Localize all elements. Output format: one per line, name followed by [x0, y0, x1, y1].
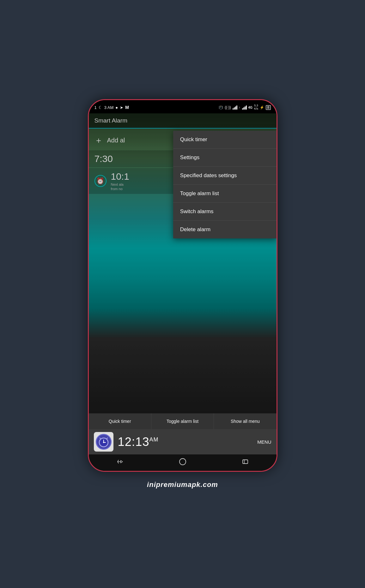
- charging-icon: ⚡: [260, 105, 264, 110]
- volume-up-button[interactable]: [277, 163, 277, 182]
- signal-bars-2: [242, 105, 247, 110]
- volume-down-button[interactable]: [277, 214, 277, 233]
- email-icon: M: [125, 105, 129, 110]
- home-button[interactable]: [179, 458, 186, 467]
- alarm-clock-icon: [98, 436, 110, 448]
- watermark: inipremiumapk.com: [147, 481, 218, 489]
- show-all-menu-label: Show all menu: [231, 419, 260, 424]
- menu-item-toggle-alarm-list[interactable]: Toggle alarm list: [173, 185, 277, 203]
- clock-icon-inner: [96, 434, 112, 450]
- back-icon: [116, 458, 124, 465]
- recent-button[interactable]: [241, 458, 249, 467]
- clock-bar: 12:13AM MENU: [89, 429, 277, 454]
- signal-bars-1: [233, 105, 237, 110]
- dropdown-menu: Quick timer Settings Specified dates set…: [173, 131, 277, 238]
- nav-bar: [89, 454, 277, 471]
- menu-item-settings[interactable]: Settings: [173, 149, 277, 167]
- recent-icon: [241, 458, 249, 465]
- quick-timer-button[interactable]: Quick timer: [89, 413, 151, 429]
- menu-item-settings-label: Settings: [180, 154, 199, 160]
- volume-mid-button[interactable]: [277, 189, 277, 207]
- clock-ampm: AM: [149, 436, 159, 443]
- status-bar-left: 1 ☾ 3 AM ● ➤ M: [94, 105, 129, 110]
- status-bar-right: 📳 ((·)) ↑ 4G: [219, 104, 271, 111]
- arrow-up-icon: ↑: [239, 106, 240, 109]
- quick-timer-label: Quick timer: [109, 419, 131, 424]
- menu-item-toggle-alarm-list-label: Toggle alarm list: [180, 190, 219, 196]
- menu-item-delete-alarm-label: Delete alarm: [180, 226, 210, 232]
- phone-screen: 1 ☾ 3 AM ● ➤ M 📳 ((·)) ↑: [89, 100, 277, 471]
- menu-item-quick-timer[interactable]: Quick timer: [173, 131, 277, 149]
- menu-item-specified-dates[interactable]: Specified dates settings: [173, 167, 277, 185]
- svg-point-7: [179, 459, 186, 465]
- svg-line-5: [100, 438, 101, 439]
- clock-icon-container: [94, 432, 113, 452]
- clock-time-value: 12:13: [118, 435, 149, 448]
- status-bar: 1 ☾ 3 AM ● ➤ M 📳 ((·)) ↑: [89, 100, 277, 113]
- clock-time-display: 12:13AM: [118, 435, 258, 449]
- svg-point-4: [103, 442, 104, 443]
- menu-item-switch-alarms[interactable]: Switch alarms: [173, 203, 277, 221]
- svg-line-6: [106, 438, 108, 439]
- sim-number: 1: [94, 105, 97, 110]
- wifi-icon: ((·)): [225, 105, 231, 110]
- show-all-menu-button[interactable]: Show all menu: [214, 413, 276, 429]
- network-type: 4G: [248, 106, 252, 109]
- dot-icon: ●: [115, 105, 118, 110]
- location-icon: ➤: [120, 105, 123, 110]
- vibrate-icon: 📳: [219, 105, 223, 110]
- toggle-alarm-list-label: Toggle alarm list: [167, 419, 198, 424]
- menu-item-specified-dates-label: Specified dates settings: [180, 172, 237, 178]
- bottom-bar: Quick timer Toggle alarm list Show all m…: [89, 413, 277, 429]
- page-wrapper: 1 ☾ 3 AM ● ➤ M 📳 ((·)) ↑: [0, 0, 365, 588]
- battery-icon: 8: [266, 105, 271, 110]
- phone-device: 1 ☾ 3 AM ● ➤ M 📳 ((·)) ↑: [88, 99, 277, 472]
- toggle-alarm-list-button[interactable]: Toggle alarm list: [151, 413, 214, 429]
- home-icon: [179, 458, 186, 465]
- dropdown-overlay: Quick timer Settings Specified dates set…: [89, 113, 277, 413]
- menu-item-delete-alarm[interactable]: Delete alarm: [173, 221, 277, 238]
- menu-item-quick-timer-label: Quick timer: [180, 136, 207, 142]
- menu-item-switch-alarms-label: Switch alarms: [180, 208, 214, 214]
- back-button[interactable]: [116, 458, 124, 467]
- moon-icon: ☾: [99, 105, 102, 110]
- app-content: Smart Alarm ＋ Add al 7:30 ⏰ 10:1: [89, 113, 277, 413]
- speed-text: 5.3K/s: [254, 104, 258, 111]
- svg-rect-8: [243, 460, 248, 464]
- menu-button[interactable]: MENU: [257, 439, 271, 445]
- status-time: 3 AM: [104, 105, 114, 110]
